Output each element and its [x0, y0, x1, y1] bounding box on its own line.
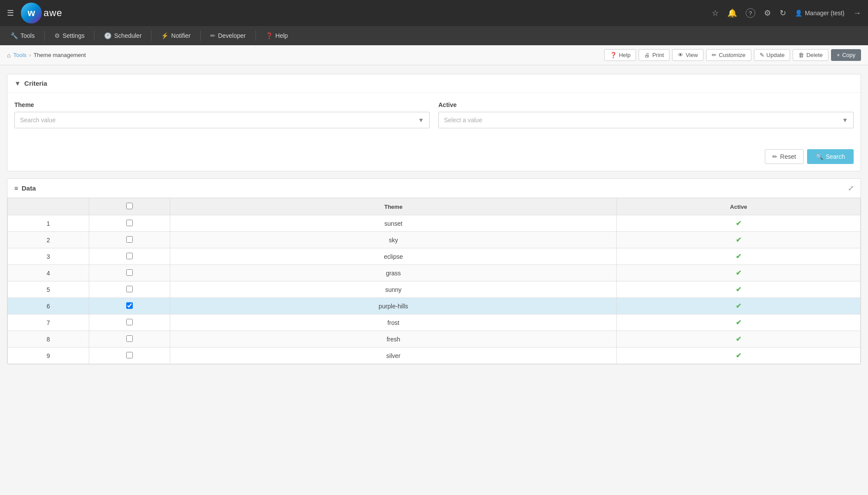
menu-item-developer[interactable]: ✏ Developer [203, 29, 253, 43]
table-row: 3eclipse✔ [8, 248, 861, 265]
help-button[interactable]: ❓ Help [604, 49, 636, 61]
refresh-icon[interactable]: ↻ [780, 8, 786, 18]
row-active: ✔ [617, 248, 861, 265]
logo-icon: w [21, 3, 42, 23]
scheduler-menu-label: Scheduler [114, 32, 141, 39]
copy-button[interactable]: + Copy [831, 49, 861, 61]
developer-menu-label: Developer [218, 32, 246, 39]
star-icon[interactable]: ☆ [712, 8, 719, 18]
row-checkbox[interactable] [126, 286, 133, 292]
gear-icon[interactable]: ⚙ [764, 8, 771, 18]
criteria-filter-icon: ▼ [14, 80, 21, 87]
expand-icon[interactable]: ⤢ [848, 184, 854, 192]
criteria-body: Theme Search value ▼ Active Select a val… [7, 93, 861, 144]
row-number: 9 [8, 348, 89, 364]
update-button[interactable]: ✎ Update [754, 49, 791, 61]
update-btn-label: Update [767, 52, 785, 58]
row-active: ✔ [617, 348, 861, 364]
menu-item-settings[interactable]: ⚙ Settings [47, 29, 92, 43]
data-section-title: ≡ Data [14, 184, 36, 192]
tools-menu-icon: 🔧 [10, 32, 18, 39]
active-check-icon: ✔ [736, 269, 741, 277]
row-checkbox[interactable] [126, 335, 133, 342]
view-button[interactable]: 👁 View [672, 49, 703, 61]
criteria-header: ▼ Criteria [7, 74, 861, 93]
reset-icon: ✏ [772, 153, 777, 160]
help-btn-icon: ❓ [610, 52, 617, 58]
logout-icon[interactable]: → [853, 9, 861, 18]
table-row: 1sunset✔ [8, 215, 861, 232]
delete-btn-icon: 🗑 [798, 52, 804, 58]
reset-button[interactable]: ✏ Reset [765, 149, 804, 164]
user-label: Manager (test) [805, 10, 844, 17]
row-active: ✔ [617, 215, 861, 232]
user-icon: 👤 [795, 10, 802, 17]
user-menu[interactable]: 👤 Manager (test) [795, 10, 844, 17]
row-checkbox-cell [89, 314, 170, 331]
help-menu-label: Help [276, 32, 288, 39]
copy-btn-icon: + [837, 52, 840, 58]
row-theme: purple-hills [170, 298, 617, 314]
row-checkbox-cell [89, 232, 170, 248]
data-table: Theme Active 1sunset✔2sky✔3eclipse✔4gras… [7, 198, 861, 364]
customize-btn-icon: ✏ [712, 52, 717, 58]
criteria-row: Theme Search value ▼ Active Select a val… [14, 101, 854, 128]
row-checkbox[interactable] [126, 220, 133, 226]
row-number: 6 [8, 298, 89, 314]
active-label: Active [438, 101, 854, 108]
row-checkbox[interactable] [126, 269, 133, 276]
row-theme: grass [170, 265, 617, 281]
print-btn-icon: 🖨 [644, 52, 650, 58]
search-button[interactable]: 🔍 Search [807, 149, 854, 164]
row-theme: sky [170, 232, 617, 248]
row-checkbox[interactable] [126, 319, 133, 325]
data-list-icon: ≡ [14, 184, 18, 192]
breadcrumb: ⌂ Tools › Theme management [7, 52, 86, 59]
customize-btn-label: Customize [719, 52, 745, 58]
active-dropdown-icon: ▼ [842, 117, 848, 124]
developer-menu-icon: ✏ [210, 32, 215, 39]
breadcrumb-current: Theme management [34, 52, 86, 58]
row-checkbox[interactable] [126, 236, 133, 243]
row-checkbox-cell [89, 248, 170, 265]
active-select-input[interactable]: Select a value ▼ [438, 112, 854, 128]
row-number: 4 [8, 265, 89, 281]
row-checkbox[interactable] [126, 352, 133, 358]
table-row: 6purple-hills✔ [8, 298, 861, 314]
criteria-actions: ✏ Reset 🔍 Search [7, 144, 861, 171]
theme-field: Theme Search value ▼ [14, 101, 430, 128]
row-active: ✔ [617, 232, 861, 248]
help-icon[interactable]: ? [746, 8, 755, 18]
row-checkbox[interactable] [126, 253, 133, 259]
row-theme: fresh [170, 331, 617, 348]
active-check-icon: ✔ [736, 319, 741, 326]
row-number: 1 [8, 215, 89, 232]
menu-item-scheduler[interactable]: 🕐 Scheduler [97, 29, 148, 43]
data-section: ≡ Data ⤢ Theme Active [7, 178, 861, 365]
scheduler-menu-icon: 🕐 [104, 32, 111, 39]
menu-divider-2 [94, 30, 94, 41]
menu-item-notifier[interactable]: ⚡ Notifier [154, 29, 197, 43]
reset-label: Reset [780, 153, 796, 160]
active-check-icon: ✔ [736, 253, 741, 260]
row-number: 3 [8, 248, 89, 265]
row-active: ✔ [617, 265, 861, 281]
hamburger-icon[interactable]: ☰ [7, 8, 14, 18]
table-row: 5sunny✔ [8, 281, 861, 298]
top-nav-left: ☰ w awe [7, 3, 62, 23]
select-all-checkbox[interactable] [126, 203, 133, 209]
home-icon[interactable]: ⌂ [7, 52, 10, 59]
tools-breadcrumb[interactable]: Tools [13, 52, 26, 58]
bell-icon[interactable]: 🔔 [727, 8, 737, 18]
menu-item-help[interactable]: ❓ Help [259, 29, 295, 43]
print-button[interactable]: 🖨 Print [639, 49, 670, 61]
row-checkbox[interactable] [126, 302, 133, 309]
table-row: 8fresh✔ [8, 331, 861, 348]
customize-button[interactable]: ✏ Customize [706, 49, 751, 61]
row-number: 8 [8, 331, 89, 348]
delete-button[interactable]: 🗑 Delete [793, 49, 828, 61]
theme-search-input[interactable]: Search value ▼ [14, 112, 430, 128]
row-checkbox-cell [89, 215, 170, 232]
menu-item-tools[interactable]: 🔧 Tools [3, 29, 42, 43]
th-row-num [8, 198, 89, 215]
